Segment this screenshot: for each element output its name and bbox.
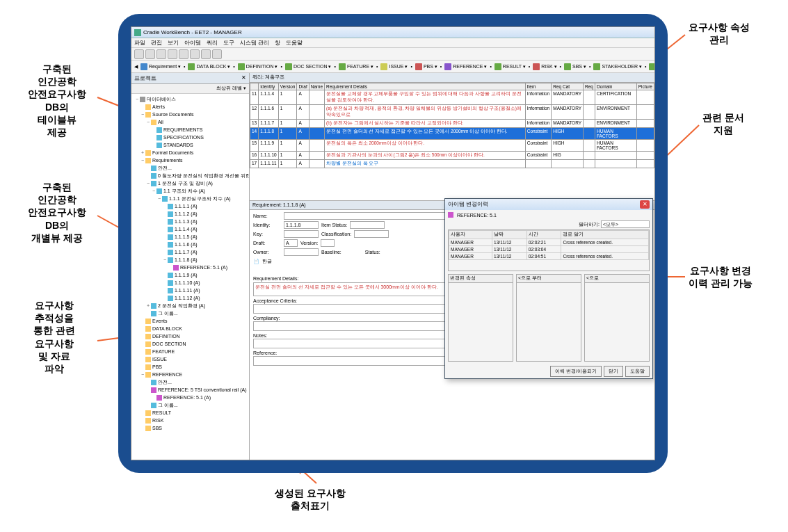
col-header[interactable]: Domain (595, 83, 637, 90)
close-icon[interactable]: ✕ (640, 200, 650, 209)
table-row[interactable]: 151.1.1.91A 운전실의 폭은 최소 2000mm이상 이어야 한다.C… (250, 140, 654, 152)
ribbon-item[interactable]: SYSTEM REQ ▾ (649, 63, 654, 70)
tb-icon[interactable] (212, 49, 222, 59)
nav-back-icon[interactable]: ◀ (134, 64, 138, 70)
ribbon-item[interactable]: FEATURE ▾ (339, 63, 373, 70)
menu-item[interactable]: 쿼리 (207, 39, 218, 47)
dialog-button[interactable]: 도움말 (625, 366, 650, 377)
tree-item[interactable]: 안전... (133, 164, 248, 172)
tree-item[interactable]: 안전... (133, 378, 248, 386)
col-header[interactable]: Requirement Details (325, 83, 526, 90)
dialog-filter[interactable]: 필터하기: (445, 220, 652, 229)
ribbon-item[interactable]: SBS ▾ (564, 63, 586, 70)
tree-item[interactable]: −1.1.1 운전실 구조와 치수 (A) (133, 195, 248, 202)
tree[interactable]: −데이터베이스 Alerts −Source Documents −All RE… (131, 94, 249, 460)
ribbon-item[interactable]: PBS ▾ (415, 63, 437, 70)
history-row[interactable]: MANAGER13/11/1202:03:04 (449, 246, 649, 253)
ribbon-item[interactable]: STAKEHOLDER ▾ (593, 63, 642, 70)
history-row[interactable]: MANAGER13/11/1202:04:51Cross reference c… (449, 253, 649, 260)
ribbon-item[interactable]: ISSUE ▾ (380, 63, 408, 70)
tree-item[interactable]: −Source Documents (133, 111, 248, 118)
table-row[interactable]: 171.1.1.111A 차량별 운전실의 폭 요구 (250, 160, 654, 168)
tree-item[interactable]: 1.1.1.10 (A) (133, 279, 248, 287)
toolbar-icons[interactable] (131, 48, 654, 61)
table-row[interactable]: 111.1.1.41A 운전실을 교체할 경우 교체부품을 구입할 수 있는 범… (250, 90, 654, 105)
tree-item[interactable]: ISSUE (133, 355, 248, 363)
ribbon[interactable]: ◀Requirement ▾ • DATA BLOCK ▾ • DEFINITI… (131, 61, 654, 73)
menu-item[interactable]: 창 (275, 39, 280, 47)
tree-item[interactable]: 1.1.1.9 (A) (133, 271, 248, 279)
menu-item[interactable]: 파일 (134, 39, 145, 47)
menu-item[interactable]: 시스템 관리 (240, 39, 269, 47)
tb-icon[interactable] (190, 49, 200, 59)
tree-item[interactable]: REFERENCE: 5.1 (A) (133, 264, 248, 271)
grid[interactable]: IdentityVersionDrafNameRequirement Detai… (250, 83, 654, 201)
menu-item[interactable]: 편집 (151, 39, 162, 47)
tree-item[interactable]: 1.1.1.11 (A) (133, 287, 248, 294)
tree-item[interactable]: 1.1.1.2 (A) (133, 210, 248, 218)
tree-item[interactable]: −All (133, 118, 248, 126)
col-header[interactable]: Req (584, 83, 595, 90)
history-row[interactable]: MANAGER13/11/1202:02:21Cross reference c… (449, 239, 649, 246)
tree-item[interactable]: STANDARDS (133, 141, 248, 149)
tree-item[interactable]: 1.1.1.4 (A) (133, 225, 248, 233)
ribbon-item[interactable]: DEFINITION ▾ (238, 63, 278, 70)
sidebar-sub[interactable]: 최상위 레벨 ▾ (131, 84, 249, 94)
classification-input[interactable] (354, 230, 389, 238)
dialog-button[interactable]: 닫기 (604, 366, 623, 377)
tree-item[interactable]: REFERENCE: 5.1 (A) (133, 394, 248, 401)
history-grid[interactable]: 사용자날짜시간경로 알기MANAGER13/11/1202:02:21Cross… (448, 229, 650, 271)
dialog-titlebar[interactable]: 아이템 변경이력 ✕ (445, 199, 652, 210)
tree-item[interactable]: 그 이름... (133, 309, 248, 317)
tb-icon[interactable] (156, 49, 166, 59)
ribbon-item[interactable]: Requirement ▾ (140, 63, 181, 70)
tree-item[interactable]: −Requirements (133, 156, 248, 164)
filter-select[interactable] (601, 220, 650, 228)
col-header[interactable]: Version (278, 83, 297, 90)
version-input[interactable] (321, 239, 335, 247)
menu-item[interactable]: 아이템 (184, 39, 201, 47)
tree-item[interactable]: 그 이름... (133, 401, 248, 409)
tree-item[interactable]: −데이터베이스 (133, 95, 248, 103)
tree-item[interactable]: −1.1 구조와 치수 (A) (133, 187, 248, 195)
table-row[interactable]: 141.1.1.81A 운전실 전면 숄더의 선 자세로 접근할 수 있는 모든… (250, 128, 654, 140)
tree-item[interactable]: RISK (133, 417, 248, 424)
tb-icon[interactable] (201, 49, 211, 59)
table-row[interactable]: 121.1.1.61A (a) 운전실과 차량 적재, 용적의 환경, 차량 일… (250, 105, 654, 120)
tree-item[interactable]: SPECIFICATIONS (133, 134, 248, 141)
tb-icon[interactable] (134, 49, 144, 59)
tree-item[interactable]: −1.1.1.8 (A) (133, 256, 248, 264)
identity-input[interactable] (284, 221, 319, 229)
col-header[interactable] (250, 83, 259, 90)
col-header[interactable]: Name (309, 83, 324, 90)
tree-item[interactable]: 0 철도차량 운전실의 작업환경 개선을 위한 인간공학 D... (133, 172, 248, 179)
menu-item[interactable]: 보기 (168, 39, 179, 47)
menu-item[interactable]: 도구 (223, 39, 234, 47)
tree-item[interactable]: 1.1.1.12 (A) (133, 294, 248, 302)
tree-item[interactable]: DATA BLOCK (133, 325, 248, 332)
itemstatus-input[interactable] (350, 221, 385, 229)
ribbon-item[interactable]: REFERENCE ▾ (444, 63, 487, 70)
tree-item[interactable]: 1.1.1.6 (A) (133, 241, 248, 248)
tree-item[interactable]: 1.1.1.3 (A) (133, 218, 248, 225)
tree-item[interactable]: 1.1.1.7 (A) (133, 248, 248, 256)
tree-item[interactable]: DOC SECTION (133, 340, 248, 348)
col-header[interactable]: Picture (636, 83, 654, 90)
tb-icon[interactable] (168, 49, 177, 59)
col-header[interactable]: Req Cat (552, 83, 584, 90)
tree-item[interactable]: −REFERENCE (133, 371, 248, 378)
ribbon-item[interactable]: RESULT ▾ (494, 63, 526, 70)
tree-item[interactable]: 1.1.1.5 (A) (133, 233, 248, 241)
tree-item[interactable]: FEATURE (133, 348, 248, 355)
tree-item[interactable]: −1 운전실 구조 및 장비 (A) (133, 179, 248, 187)
ribbon-item[interactable]: DOC SECTION ▾ (285, 63, 332, 70)
ribbon-item[interactable]: RISK ▾ (533, 63, 556, 70)
tree-item[interactable]: +Formal Documents (133, 149, 248, 156)
tree-item[interactable]: RESULT (133, 409, 248, 417)
menubar[interactable]: 파일편집보기아이템쿼리도구시스템 관리창도움말 (131, 38, 654, 48)
tree-item[interactable]: +2 운전실 작업환경 (A) (133, 302, 248, 309)
hangul-tab[interactable]: 한글 (262, 258, 272, 265)
tree-item[interactable]: 1.1.1.1 (A) (133, 202, 248, 210)
draft-input[interactable] (284, 239, 298, 247)
table-row[interactable]: 161.1.1.101A 운전실과 기관사의 눈과의 사이(그림2 용)은 최소… (250, 152, 654, 160)
